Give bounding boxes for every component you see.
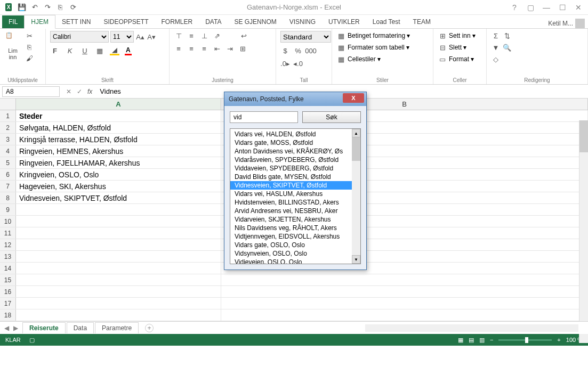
cell[interactable]: Ringveien, HEMNES, Akershus bbox=[16, 145, 221, 157]
tab-utvikler[interactable]: UTVIKLER bbox=[322, 15, 366, 28]
list-item[interactable]: Arvid Andresens vei, NESBRU, Aker bbox=[230, 207, 352, 215]
conditional-formatting-button[interactable]: ▦Betinget formatering ▾ bbox=[336, 31, 410, 40]
row-header[interactable]: 4 bbox=[0, 145, 16, 157]
tab-data[interactable]: DATA bbox=[199, 15, 228, 28]
cancel-formula-icon[interactable]: ✕ bbox=[66, 88, 71, 95]
cut-icon[interactable]: ✂ bbox=[25, 31, 34, 40]
search-input[interactable] bbox=[230, 111, 298, 123]
sort-filter-icon[interactable]: ⇅ bbox=[502, 31, 512, 40]
list-item[interactable]: Vidtjennvegen, EIDSVOLL, Akershus bbox=[230, 232, 352, 241]
row-header[interactable]: 10 bbox=[0, 216, 16, 227]
row-header[interactable]: 6 bbox=[0, 169, 16, 180]
new-sheet-button[interactable]: + bbox=[145, 324, 154, 332]
row-header[interactable]: 11 bbox=[0, 227, 16, 239]
vertical-scrollbar[interactable] bbox=[579, 120, 588, 343]
cell[interactable] bbox=[16, 309, 221, 321]
inc-indent-icon[interactable]: ⇥ bbox=[225, 44, 235, 53]
cell[interactable] bbox=[16, 239, 221, 250]
row-header[interactable]: 9 bbox=[0, 204, 16, 215]
inc-decimal-icon[interactable]: .0▸ bbox=[280, 59, 290, 68]
column-header-A[interactable]: A bbox=[16, 99, 221, 110]
list-item[interactable]: Vidars vei, HALDEN, Østfold bbox=[230, 130, 352, 138]
font-name-select[interactable]: Calibri bbox=[50, 31, 109, 43]
format-button[interactable]: ▭Format ▾ bbox=[438, 54, 474, 64]
cell[interactable] bbox=[16, 298, 221, 309]
sheet-tab-reiserute[interactable]: Reiserute bbox=[22, 322, 66, 333]
row-header[interactable]: 1 bbox=[0, 110, 16, 121]
tab-fil[interactable]: FIL bbox=[2, 15, 24, 28]
tab-sideoppsett[interactable]: SIDEOPPSETT bbox=[97, 15, 155, 28]
tab-visning[interactable]: VISNING bbox=[283, 15, 322, 28]
cell[interactable] bbox=[221, 286, 588, 297]
row-header[interactable]: 7 bbox=[0, 181, 16, 192]
user-account[interactable]: Ketil M... bbox=[548, 19, 585, 28]
font-size-select[interactable]: 11 bbox=[110, 31, 134, 43]
list-item[interactable]: Vidjeveien, OSLO, Oslo bbox=[230, 258, 352, 264]
list-item[interactable]: Vidars gate, MOSS, Østfold bbox=[230, 138, 352, 147]
list-item[interactable]: Viddaveien, SPYDEBERG, Østfold bbox=[230, 164, 352, 173]
cell[interactable] bbox=[221, 309, 588, 321]
undo-icon[interactable]: ↶ bbox=[30, 3, 39, 12]
row-header[interactable]: 5 bbox=[0, 157, 16, 168]
dec-decimal-icon[interactable]: ◂.0 bbox=[293, 59, 303, 68]
dialog-title-bar[interactable]: Gatenavn, Poststed, Fylke X bbox=[224, 92, 366, 106]
align-right-icon[interactable]: ≡ bbox=[199, 44, 209, 53]
cell[interactable] bbox=[16, 251, 221, 262]
confirm-formula-icon[interactable]: ✓ bbox=[77, 88, 82, 95]
results-listbox[interactable]: Vidars vei, HALDEN, ØstfoldVidars gate, … bbox=[230, 128, 361, 264]
cell[interactable] bbox=[16, 274, 221, 285]
row-header[interactable]: 13 bbox=[0, 251, 16, 262]
row-header[interactable]: 18 bbox=[0, 309, 16, 321]
fx-icon[interactable]: fx bbox=[87, 88, 92, 95]
view-break-icon[interactable]: ▥ bbox=[479, 337, 485, 344]
view-normal-icon[interactable]: ▦ bbox=[458, 337, 463, 344]
qat-icon-2[interactable]: ⟳ bbox=[68, 3, 78, 12]
row-header[interactable]: 8 bbox=[0, 192, 16, 203]
list-item[interactable]: Anton Davidsens vei, KRÅKERØY, Øs bbox=[230, 147, 352, 156]
redo-icon[interactable]: ↷ bbox=[43, 3, 52, 12]
scroll-down-icon[interactable]: ▼ bbox=[352, 255, 360, 264]
select-all-corner[interactable] bbox=[0, 99, 16, 110]
listbox-scrollbar[interactable]: ▲ ▼ bbox=[352, 129, 360, 264]
bold-button[interactable]: F bbox=[50, 46, 60, 55]
save-icon[interactable]: 💾 bbox=[17, 3, 27, 12]
list-item[interactable]: Vidarveien, SKJETTEN, Akershus bbox=[230, 215, 352, 224]
sheet-tab-data[interactable]: Data bbox=[67, 322, 94, 333]
cell[interactable] bbox=[16, 204, 221, 215]
row-header[interactable]: 17 bbox=[0, 298, 16, 309]
percent-icon[interactable]: % bbox=[293, 46, 303, 55]
cell[interactable] bbox=[221, 298, 588, 309]
comma-icon[interactable]: 000 bbox=[306, 46, 316, 55]
copy-icon[interactable]: ⎘ bbox=[25, 42, 34, 52]
zoom-in-icon[interactable]: + bbox=[557, 337, 560, 343]
list-item[interactable]: Vidnesveien, SKIPTVET, Østfold bbox=[230, 181, 352, 190]
cell[interactable] bbox=[221, 274, 588, 285]
cell[interactable]: Kringsjå terrasse, HALDEN, Østfold bbox=[16, 134, 221, 145]
scroll-up-icon[interactable]: ▲ bbox=[352, 129, 360, 137]
sheet-nav-prev[interactable]: ◀ bbox=[4, 324, 9, 332]
align-bottom-icon[interactable]: ⊥ bbox=[199, 31, 209, 40]
cell[interactable]: Hageveien, SKI, Akershus bbox=[16, 181, 221, 192]
tab-loadtest[interactable]: Load Test bbox=[366, 15, 407, 28]
horizontal-scrollbar[interactable] bbox=[365, 324, 578, 332]
fill-icon[interactable]: ▼ bbox=[491, 43, 501, 52]
cell[interactable] bbox=[16, 263, 221, 274]
list-item[interactable]: David Blids gate, MYSEN, Østfold bbox=[230, 173, 352, 181]
row-header[interactable]: 14 bbox=[0, 263, 16, 274]
font-color-button[interactable]: A bbox=[125, 46, 132, 55]
minimize-icon[interactable]: — bbox=[539, 2, 554, 13]
cell[interactable]: Sølvgata, HALDEN, Østfold bbox=[16, 122, 221, 133]
italic-button[interactable]: K bbox=[65, 46, 75, 55]
list-item[interactable]: Vidsynveien, OSLO, Oslo bbox=[230, 249, 352, 258]
sheet-tab-parametre[interactable]: Parametre bbox=[95, 322, 139, 333]
tab-hjem[interactable]: HJEM bbox=[24, 15, 55, 29]
maximize-icon[interactable]: ☐ bbox=[555, 2, 570, 13]
name-box[interactable] bbox=[2, 86, 60, 97]
decrease-font-icon[interactable]: A▾ bbox=[147, 32, 156, 42]
tab-settinn[interactable]: SETT INN bbox=[55, 15, 97, 28]
list-item[interactable]: Vidars gate, OSLO, Oslo bbox=[230, 241, 352, 249]
list-item[interactable]: Hvidstenveien, BILLINGSTAD, Akers bbox=[230, 198, 352, 207]
align-top-icon[interactable]: ⊤ bbox=[174, 31, 183, 40]
row-header[interactable]: 3 bbox=[0, 134, 16, 145]
align-middle-icon[interactable]: ≡ bbox=[187, 31, 196, 40]
